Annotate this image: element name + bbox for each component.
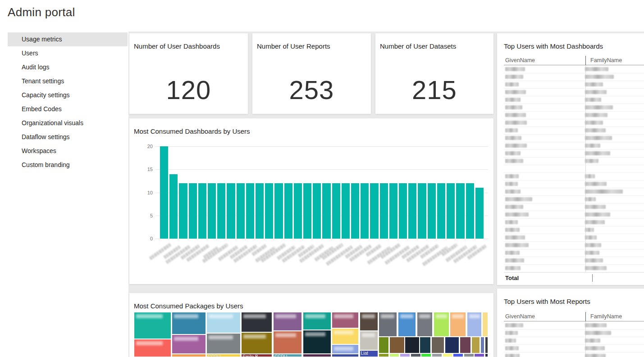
bar[interactable]	[399, 183, 407, 239]
treemap-tile[interactable]	[467, 312, 482, 337]
bar[interactable]	[466, 183, 474, 239]
sidebar-item-workspaces[interactable]: Workspaces	[8, 144, 128, 158]
bar[interactable]	[447, 183, 455, 239]
bar[interactable]	[246, 183, 254, 239]
treemap-tile[interactable]	[134, 312, 171, 339]
treemap-tile[interactable]	[172, 312, 206, 334]
treemap-tile[interactable]	[273, 312, 302, 331]
treemap-tile[interactable]	[379, 353, 389, 357]
bar[interactable]	[456, 183, 464, 239]
treemap-tile[interactable]: Smile B...	[241, 354, 272, 357]
bar[interactable]	[332, 183, 340, 239]
treemap-tile[interactable]	[460, 337, 471, 353]
treemap-tile[interactable]	[134, 339, 171, 357]
bar[interactable]	[313, 183, 321, 239]
redacted-givenname	[505, 182, 518, 186]
treemap-tile[interactable]	[273, 331, 302, 354]
treemap-tile[interactable]: CCPU	[273, 354, 302, 357]
treemap-tile[interactable]	[241, 332, 272, 354]
bar[interactable]	[227, 183, 235, 239]
sidebar-item-tenant-settings[interactable]: Tenant settings	[8, 74, 128, 88]
bar[interactable]	[169, 174, 178, 239]
redacted-tile-label	[334, 314, 353, 318]
bar[interactable]	[284, 183, 292, 239]
bar[interactable]	[428, 183, 436, 239]
treemap-tile[interactable]	[485, 353, 488, 357]
treemap-tile[interactable]	[206, 333, 240, 354]
treemap-tile[interactable]	[431, 337, 444, 353]
treemap-tile[interactable]	[400, 353, 410, 357]
sidebar-item-users[interactable]: Users	[8, 46, 128, 60]
treemap-tile[interactable]	[332, 354, 359, 357]
treemap-tile[interactable]	[471, 337, 480, 353]
bar[interactable]	[322, 183, 330, 239]
bar[interactable]	[198, 183, 206, 239]
treemap-tile[interactable]	[389, 337, 405, 353]
bar[interactable]	[370, 183, 378, 239]
treemap-tile[interactable]	[389, 353, 400, 357]
treemap-tile[interactable]	[453, 353, 463, 357]
bar[interactable]	[189, 183, 197, 239]
total-label: Total	[505, 275, 519, 281]
redacted-givenname	[505, 75, 523, 79]
sidebar-item-capacity-settings[interactable]: Capacity settings	[8, 88, 128, 102]
bar[interactable]	[265, 183, 273, 239]
bar[interactable]	[303, 183, 311, 239]
treemap-tile[interactable]	[421, 353, 431, 357]
treemap-tile[interactable]	[332, 344, 359, 354]
treemap-tile[interactable]	[450, 312, 466, 337]
treemap-tile[interactable]	[172, 334, 206, 354]
bar[interactable]	[160, 146, 168, 239]
treemap-tile[interactable]	[432, 353, 442, 357]
treemap-tile[interactable]	[482, 312, 488, 337]
treemap-tile[interactable]	[303, 330, 331, 354]
treemap-tile[interactable]	[405, 337, 419, 353]
bar[interactable]	[294, 183, 302, 239]
treemap-tile[interactable]	[332, 328, 359, 344]
bar[interactable]	[217, 183, 225, 239]
sidebar-item-audit-logs[interactable]: Audit logs	[8, 60, 128, 74]
bar[interactable]	[351, 183, 359, 239]
sidebar-item-organizational-visuals[interactable]: Organizational visuals	[8, 116, 128, 130]
bar[interactable]	[389, 183, 397, 239]
treemap-tile[interactable]	[398, 312, 416, 337]
bar[interactable]	[237, 183, 245, 239]
treemap-tile[interactable]	[443, 353, 453, 357]
treemap-tile[interactable]	[474, 353, 484, 357]
bar[interactable]	[475, 188, 484, 239]
treemap-tile[interactable]	[420, 337, 431, 353]
treemap-tile[interactable]	[480, 337, 484, 353]
treemap-tile[interactable]	[379, 337, 389, 353]
bar[interactable]	[256, 183, 264, 239]
treemap-tile[interactable]	[303, 354, 331, 357]
sidebar-item-dataflow-settings[interactable]: Dataflow settings	[8, 130, 128, 144]
sidebar-item-custom-branding[interactable]: Custom branding	[8, 158, 128, 172]
treemap-tile[interactable]	[206, 312, 240, 333]
treemap-tile[interactable]: Liat	[360, 350, 378, 357]
treemap-tile[interactable]	[464, 353, 474, 357]
treemap-tile[interactable]	[445, 337, 459, 353]
treemap-tile[interactable]	[417, 312, 433, 337]
treemap-tile[interactable]	[411, 353, 421, 357]
treemap-tile[interactable]	[172, 354, 206, 357]
treemap-tile[interactable]	[485, 337, 488, 353]
sidebar-item-usage-metrics[interactable]: Usage metrics	[8, 32, 128, 46]
bar[interactable]	[274, 183, 283, 239]
treemap-tile[interactable]	[241, 312, 272, 332]
bar[interactable]	[418, 183, 426, 239]
treemap-tile[interactable]	[303, 312, 331, 330]
bar[interactable]	[437, 183, 445, 239]
bar[interactable]	[408, 183, 416, 239]
treemap-tile[interactable]	[360, 331, 378, 350]
treemap-tile[interactable]: CCPU	[206, 354, 240, 357]
treemap-tile[interactable]	[379, 312, 397, 337]
bar[interactable]	[380, 183, 388, 239]
bar[interactable]	[208, 183, 216, 239]
treemap-tile[interactable]	[360, 312, 378, 331]
treemap-tile[interactable]	[434, 312, 449, 337]
sidebar-item-embed-codes[interactable]: Embed Codes	[8, 102, 128, 116]
bar[interactable]	[361, 183, 369, 239]
bar[interactable]	[179, 183, 187, 239]
treemap-tile[interactable]	[332, 312, 359, 328]
bar[interactable]	[342, 183, 350, 239]
